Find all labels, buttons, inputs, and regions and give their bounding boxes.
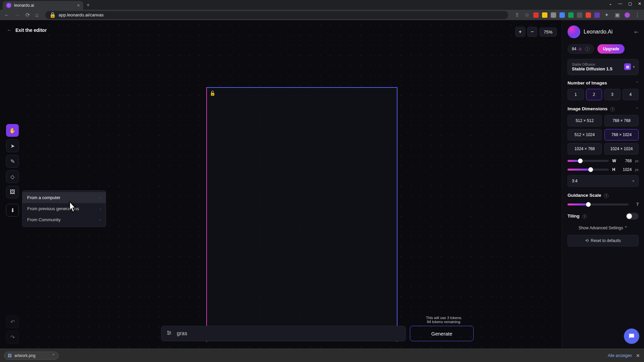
collapse-icon[interactable]: ⇤ <box>634 29 639 35</box>
redo-button[interactable]: ↷ <box>6 331 19 344</box>
unlock-icon[interactable]: 🔓 <box>210 90 215 96</box>
height-label: H <box>612 167 617 172</box>
canvas-frame[interactable]: 🔓 <box>206 87 397 342</box>
reload-icon[interactable]: ⟳ <box>24 10 31 19</box>
advanced-label: Show Advanced Settings <box>579 226 623 230</box>
chevron-up-icon: ⌃ <box>52 353 55 358</box>
browser-chrome: leonardo.ai × + ⌄ — ▢ ✕ ← → ⟳ ⌂ 🔒 app.le… <box>0 0 644 20</box>
menu-item-from-community[interactable]: From Community › <box>22 214 106 225</box>
extension-icon[interactable] <box>551 12 556 18</box>
pan-tool[interactable]: ✋ <box>6 124 19 137</box>
chevron-right-icon: › <box>100 218 101 222</box>
extension-icon[interactable] <box>586 12 591 18</box>
browser-tab[interactable]: leonardo.ai × <box>3 1 83 10</box>
menu-item-label: From a computer <box>27 195 60 200</box>
select-tool[interactable]: ➤ <box>6 139 19 152</box>
section-num-images: Number of Images ⌃ 1 2 3 4 <box>568 80 639 100</box>
minimize-icon[interactable]: — <box>618 1 622 6</box>
puzzle-icon[interactable]: ✦ <box>603 10 610 19</box>
section-title: Tiling ? <box>568 214 587 219</box>
extension-icon[interactable] <box>568 12 574 18</box>
exit-editor-button[interactable]: ← Exit the editor <box>7 27 47 33</box>
section-title: Image Dimensions ? <box>568 106 615 112</box>
info-icon[interactable]: ? <box>604 193 608 198</box>
aspect-ratio-select[interactable]: 3:4 ▾ <box>568 175 639 187</box>
upgrade-button[interactable]: Upgrade <box>597 44 625 54</box>
num-images-options: 1 2 3 4 <box>568 89 639 100</box>
credits-row: 84 ◎ i Upgrade <box>568 44 639 54</box>
close-icon[interactable]: × <box>77 3 80 8</box>
generate-button[interactable]: Generate <box>410 326 474 341</box>
close-window-icon[interactable]: ✕ <box>638 1 641 6</box>
extension-icon[interactable] <box>577 12 582 18</box>
opt-4[interactable]: 4 <box>623 89 639 100</box>
url-input[interactable]: 🔒 app.leonardo.ai/canvas <box>45 11 508 19</box>
draw-tool[interactable]: ✎ <box>6 155 19 168</box>
preset-1024x1024[interactable]: 1024 × 1024 <box>604 143 639 155</box>
chevron-down-icon[interactable]: ⌄ <box>609 1 612 6</box>
token-info: This will use 3 tokens. 84 tokens remain… <box>426 316 462 324</box>
share-icon[interactable]: ⇧ <box>514 10 521 19</box>
svg-point-1 <box>170 333 171 334</box>
menu-item-from-computer[interactable]: From a computer › <box>22 192 106 203</box>
preset-512x512[interactable]: 512 × 512 <box>568 115 602 126</box>
opt-3[interactable]: 3 <box>604 89 621 100</box>
undo-button[interactable]: ↶ <box>6 315 19 328</box>
extension-icon[interactable] <box>559 12 565 18</box>
sidepanel-icon[interactable]: ▣ <box>613 10 621 19</box>
preset-768x1024[interactable]: 768 × 1024 <box>604 129 639 140</box>
url-text: app.leonardo.ai/canvas <box>59 12 104 17</box>
svg-point-2 <box>168 334 169 335</box>
show-advanced-button[interactable]: Show Advanced Settings ⌃ <box>568 226 639 230</box>
chevron-up-icon[interactable]: ⌃ <box>636 81 639 85</box>
chevron-right-icon: › <box>100 207 101 211</box>
width-slider[interactable] <box>568 160 609 162</box>
generate-label: Generate <box>431 331 452 337</box>
guidance-slider[interactable] <box>568 203 629 205</box>
height-unit: px <box>635 168 639 172</box>
opt-1[interactable]: 1 <box>568 89 584 100</box>
prompt-input-wrap <box>161 326 406 341</box>
home-icon[interactable]: ⌂ <box>34 11 40 19</box>
opt-2[interactable]: 2 <box>586 89 602 100</box>
chat-button[interactable] <box>624 328 639 344</box>
sliders-icon[interactable] <box>166 330 172 337</box>
erase-tool[interactable]: ◇ <box>6 170 19 183</box>
profile-avatar[interactable] <box>625 12 630 18</box>
model-select[interactable]: Stable Diffusion Stable Diffusion 1.5 ▦ … <box>568 59 639 75</box>
prompt-input[interactable] <box>177 330 401 337</box>
info-icon[interactable]: ? <box>610 107 615 112</box>
image-tool[interactable]: 🖼 <box>6 186 19 198</box>
maximize-icon[interactable]: ▢ <box>628 1 632 6</box>
preset-512x1024[interactable]: 512 × 1024 <box>568 129 602 140</box>
new-tab-button[interactable]: + <box>87 2 90 8</box>
guidance-slider-row: 7 <box>568 202 639 207</box>
menu-item-label: From previous generations <box>27 206 79 211</box>
extension-icon[interactable] <box>542 12 547 18</box>
extension-icon[interactable] <box>533 12 539 18</box>
top-bar: ← Exit the editor <box>0 20 644 40</box>
show-all-downloads[interactable]: Alle anzeigen <box>608 353 632 358</box>
info-icon[interactable]: i <box>585 47 590 51</box>
tiling-toggle[interactable] <box>626 213 639 220</box>
guidance-value: 7 <box>632 202 639 207</box>
preset-1024x768[interactable]: 1024 × 768 <box>568 143 602 155</box>
extension-icon[interactable] <box>594 12 600 18</box>
chevron-down-icon: ▾ <box>632 179 634 183</box>
star-icon[interactable]: ☆ <box>523 10 531 19</box>
preset-768x768[interactable]: 768 × 768 <box>604 115 639 126</box>
arrow-left-icon: ← <box>7 27 12 33</box>
back-icon[interactable]: ← <box>3 11 11 19</box>
close-icon[interactable]: ✕ <box>636 353 640 358</box>
info-icon[interactable]: ? <box>582 214 587 219</box>
width-value: 768 <box>620 159 632 163</box>
menu-item-from-previous[interactable]: From previous generations › <box>22 203 106 214</box>
chevron-up-icon[interactable]: ⌃ <box>636 107 639 111</box>
forward-icon[interactable]: → <box>13 11 21 19</box>
menu-icon[interactable]: ⋮ <box>633 10 641 19</box>
download-item[interactable]: 🖼 artwork.png ⌃ <box>4 352 59 360</box>
download-tool[interactable]: ⬇ <box>6 204 19 217</box>
extension-icons: ✦ ▣ ⋮ <box>533 10 641 19</box>
height-slider[interactable] <box>568 169 609 171</box>
reset-button[interactable]: ⟲ Reset to defaults <box>568 235 639 246</box>
